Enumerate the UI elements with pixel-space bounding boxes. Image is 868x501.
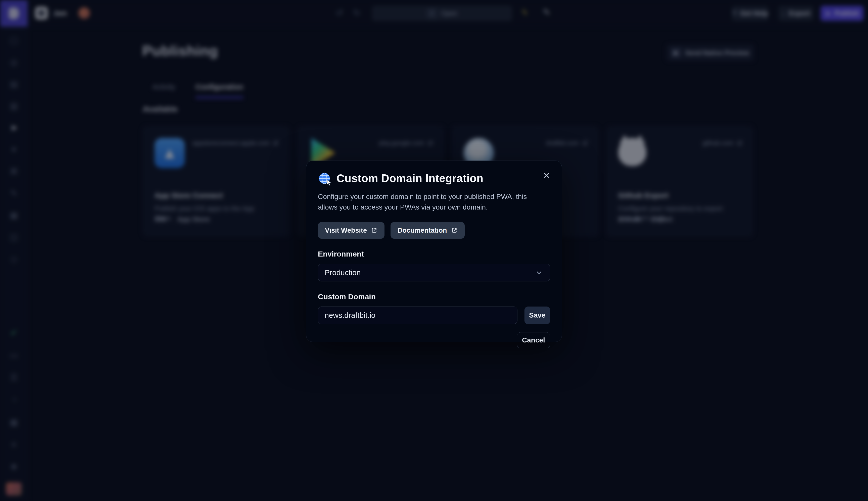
custom-domain-modal: Custom Domain Integration ✕ Configure yo… — [306, 161, 562, 342]
documentation-label: Documentation — [398, 227, 447, 234]
visit-website-label: Visit Website — [325, 227, 367, 234]
environment-value: Production — [325, 268, 535, 277]
modal-title: Custom Domain Integration — [337, 172, 538, 185]
custom-domain-row: Save — [318, 307, 550, 324]
cancel-row: Cancel — [318, 332, 550, 348]
custom-domain-label: Custom Domain — [318, 292, 550, 301]
documentation-button[interactable]: Documentation — [391, 222, 465, 239]
chevron-down-icon — [535, 268, 543, 277]
environment-select[interactable]: Production — [318, 264, 550, 281]
custom-domain-input[interactable] — [318, 307, 517, 324]
cancel-button[interactable]: Cancel — [517, 332, 550, 348]
visit-website-button[interactable]: Visit Website — [318, 222, 384, 239]
external-link-icon — [371, 227, 378, 234]
modal-link-buttons: Visit Website Documentation — [318, 222, 550, 239]
close-icon[interactable]: ✕ — [543, 170, 550, 180]
globe-cursor-icon — [318, 172, 331, 185]
modal-description: Configure your custom domain to point to… — [318, 191, 547, 213]
external-link-icon — [451, 227, 458, 234]
modal-header: Custom Domain Integration ✕ — [318, 172, 550, 185]
environment-label: Environment — [318, 250, 550, 258]
cursor-icon — [326, 179, 332, 186]
screen: ▢ ◎ ▤ ▥ ➤ ✦ ⌘ ✎ ▦ ◫ ◇ ✔ ▭ ☰ ◔ ▩ ≡ ❖ — [0, 0, 868, 501]
save-button[interactable]: Save — [525, 307, 550, 324]
